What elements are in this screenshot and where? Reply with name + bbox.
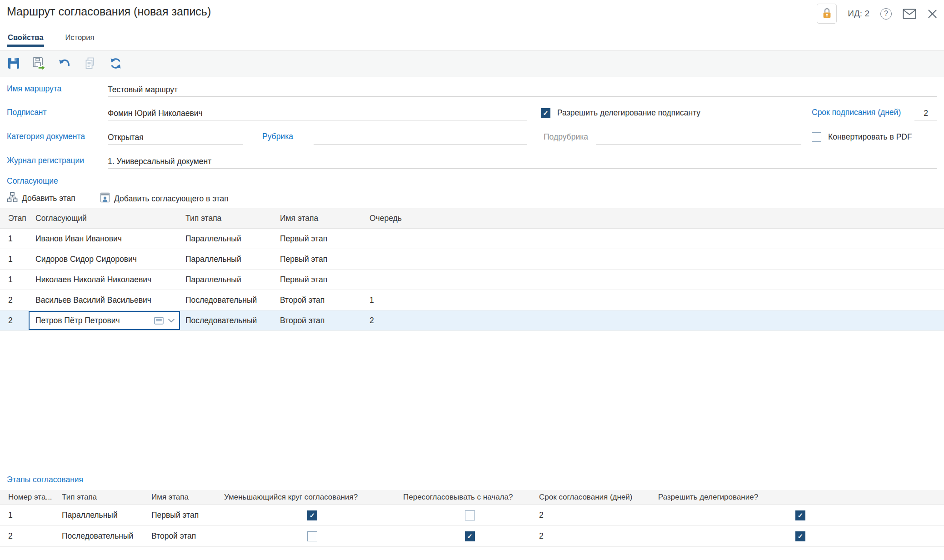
allow-delegation-checkbox[interactable] — [541, 108, 550, 118]
shrinking-circle-checkbox[interactable] — [307, 510, 317, 520]
col-reapprove: Пересогласовывать с начала? — [402, 493, 538, 502]
cell-stage-name: Первый этап — [279, 234, 368, 244]
lock-icon — [821, 7, 833, 20]
subrubric-field[interactable] — [596, 130, 801, 145]
col-stage-name: Имя этапа — [150, 493, 223, 502]
route-name-label: Имя маршрута — [7, 84, 61, 94]
org-chart-icon — [7, 192, 18, 205]
cell-approver: Сидоров Сидор Сидорович — [34, 255, 184, 264]
stages-table-header: Номер эта... Тип этапа Имя этапа Уменьша… — [0, 490, 944, 505]
allow-delegation-checkbox[interactable] — [795, 531, 805, 541]
shrinking-circle-checkbox[interactable] — [307, 531, 317, 541]
close-icon[interactable] — [927, 9, 938, 19]
cell-stage-name: Второй этап — [279, 295, 368, 305]
category-value: Открытая — [108, 133, 144, 142]
tab-bar: Свойства История — [7, 33, 95, 47]
cell-approver: Николаев Николай Николаевич — [34, 275, 184, 285]
undo-icon — [58, 58, 71, 70]
signer-field[interactable]: Фомин Юрий Николаевич — [108, 106, 527, 120]
refresh-icon — [110, 57, 122, 71]
col-stage: Этап — [7, 214, 34, 223]
approver-row[interactable]: 1 Сидоров Сидор Сидорович Параллельный П… — [0, 249, 944, 270]
cell-stage-type: Параллельный — [184, 255, 279, 264]
cell-approver: Васильев Василий Васильевич — [34, 295, 184, 305]
rubric-field[interactable] — [314, 130, 527, 145]
col-stage-number: Номер эта... — [7, 493, 60, 502]
lock-button[interactable] — [817, 4, 837, 24]
help-icon[interactable]: ? — [880, 8, 892, 20]
undo-button[interactable] — [57, 57, 72, 71]
signing-term-value: 2 — [924, 109, 928, 118]
save-and-close-button[interactable] — [32, 57, 46, 71]
approver-row[interactable]: 1 Николаев Николай Николаевич Параллельн… — [0, 270, 944, 290]
convert-pdf-checkbox[interactable] — [812, 132, 821, 142]
person-card-icon — [100, 192, 110, 205]
cell-approval-term: 2 — [538, 510, 657, 520]
approvers-section-title: Согласующие — [7, 176, 58, 186]
cell-stage-number: 1 — [7, 510, 60, 520]
cell-stage-name: Первый этап — [279, 275, 368, 285]
signing-term-label: Срок подписания (дней) — [812, 108, 901, 117]
cell-stage-type: Последовательный — [184, 295, 279, 305]
stage-row[interactable]: 2 Последовательный Второй этап 2 — [0, 526, 944, 547]
col-approver: Согласующий — [34, 214, 184, 223]
approver-row-selected[interactable]: 2 Последовательный Второй этап 2 Петров … — [0, 310, 944, 331]
page-title: Маршрут согласования (новая запись) — [7, 5, 211, 18]
route-name-field[interactable]: Тестовый маршрут — [108, 83, 937, 97]
cell-stage: 1 — [7, 275, 34, 285]
save-icon — [7, 57, 20, 71]
reapprove-checkbox[interactable] — [465, 531, 475, 541]
rubric-label: Рубрика — [262, 132, 293, 141]
add-approver-button[interactable]: Добавить согласующего в этап — [100, 192, 229, 205]
stage-row[interactable]: 1 Параллельный Первый этап 2 — [0, 505, 944, 526]
cell-stage-type: Последовательный — [60, 531, 150, 541]
cell-queue: 2 — [368, 316, 944, 325]
cell-stage-type: Параллельный — [184, 275, 279, 285]
chevron-down-icon[interactable] — [168, 318, 175, 323]
col-allow-delegation: Разрешить делегирование? — [657, 493, 944, 502]
add-stage-button[interactable]: Добавить этап — [7, 192, 75, 205]
allow-delegation-label: Разрешить делегирование подписанту — [557, 108, 700, 118]
cell-stage-type: Последовательный — [184, 316, 279, 325]
cell-stage-type: Параллельный — [60, 510, 150, 520]
journal-field[interactable]: 1. Универсальный документ — [108, 155, 937, 169]
approver-row[interactable]: 2 Васильев Василий Васильевич Последоват… — [0, 290, 944, 310]
tab-properties[interactable]: Свойства — [7, 33, 44, 47]
journal-value: 1. Универсальный документ — [108, 157, 211, 166]
refresh-button[interactable] — [108, 57, 123, 71]
tab-history[interactable]: История — [64, 33, 95, 47]
cell-stage-name: Первый этап — [279, 255, 368, 264]
approver-cell-editor[interactable]: Петров Пётр Петрович — [29, 311, 180, 330]
lookup-card-icon[interactable] — [154, 317, 164, 325]
cell-stage: 2 — [7, 295, 34, 305]
save-button[interactable] — [6, 57, 21, 71]
add-approver-label: Добавить согласующего в этап — [114, 194, 229, 204]
signing-term-field[interactable]: 2 — [914, 106, 937, 120]
save-and-close-icon — [32, 57, 46, 71]
mail-icon[interactable] — [903, 9, 916, 19]
cell-stage: 1 — [7, 234, 34, 244]
category-field[interactable]: Открытая — [108, 130, 243, 145]
subrubric-placeholder: Подрубрика — [544, 132, 588, 142]
copy-button[interactable] — [83, 57, 97, 71]
journal-label: Журнал регистрации — [7, 156, 84, 165]
col-stage-name: Имя этапа — [279, 214, 368, 223]
signer-label: Подписант — [7, 108, 47, 117]
cell-approval-term: 2 — [538, 531, 657, 541]
col-stage-type: Тип этапа — [184, 214, 279, 223]
approver-editor-value: Петров Пётр Петрович — [35, 316, 150, 325]
window-controls: ИД: 2 ? — [817, 4, 938, 24]
allow-delegation-checkbox[interactable] — [795, 510, 805, 520]
category-label: Категория документа — [7, 132, 85, 141]
copy-icon — [85, 57, 95, 71]
col-approval-term: Срок согласования (дней) — [538, 493, 657, 502]
cell-stage-name: Второй этап — [150, 531, 223, 541]
cell-stage-name: Первый этап — [150, 510, 223, 520]
approver-row[interactable]: 1 Иванов Иван Иванович Параллельный Перв… — [0, 229, 944, 249]
reapprove-checkbox[interactable] — [465, 510, 475, 520]
add-stage-label: Добавить этап — [22, 194, 75, 203]
col-stage-type: Тип этапа — [60, 493, 150, 502]
cell-stage: 1 — [7, 255, 34, 264]
convert-pdf-label: Конвертировать в PDF — [828, 132, 912, 142]
section-divider — [0, 187, 944, 187]
